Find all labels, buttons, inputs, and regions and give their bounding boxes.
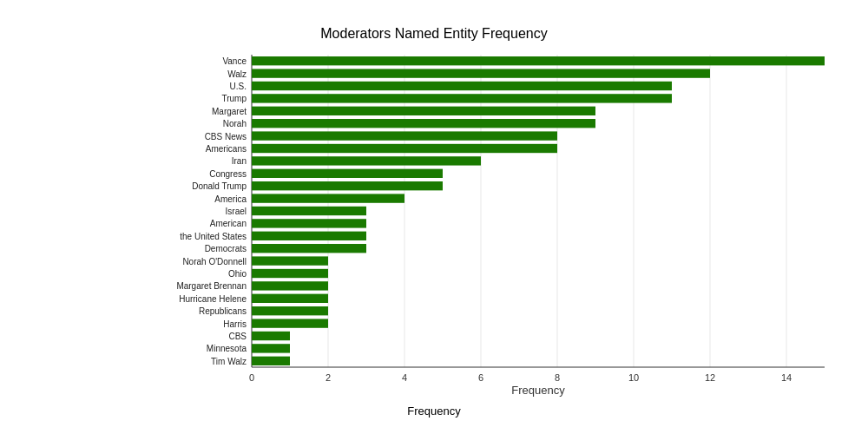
bar-label-22: CBS	[228, 332, 247, 341]
bar-label-7: Americans	[206, 144, 247, 154]
bar-label-1: Walz	[227, 69, 247, 79]
x-axis-label-svg: Frequency	[511, 384, 565, 397]
bar-chart: 02468101214VanceWalzU.S.TrumpMargaretNor…	[130, 50, 842, 398]
bar-6	[252, 131, 557, 140]
bar-20	[252, 306, 328, 315]
bar-label-3: Trump	[221, 94, 247, 103]
bar-16	[252, 256, 328, 265]
bar-label-16: Norah O'Donnell	[182, 257, 247, 266]
svg-text:2: 2	[326, 372, 331, 383]
bar-10	[252, 181, 443, 190]
bar-label-12: Israel	[226, 207, 247, 216]
bar-24	[252, 357, 290, 365]
svg-text:14: 14	[781, 372, 792, 383]
bar-23	[252, 344, 290, 352]
x-axis-label: Frequency	[17, 404, 851, 418]
svg-text:6: 6	[478, 372, 483, 383]
bar-2	[252, 82, 672, 90]
bar-label-2: U.S.	[230, 82, 247, 91]
bar-8	[252, 156, 481, 165]
bar-label-18: Margaret Brennan	[176, 281, 247, 291]
bar-label-0: Vance	[222, 56, 247, 66]
bar-19	[252, 294, 328, 303]
bar-3	[252, 94, 672, 102]
bar-0	[252, 56, 825, 65]
bar-4	[252, 107, 595, 115]
bar-9	[252, 169, 443, 178]
bar-label-4: Margaret	[212, 107, 247, 116]
svg-text:12: 12	[705, 372, 715, 383]
bar-label-21: Harris	[223, 319, 247, 329]
bar-label-15: Democrats	[205, 244, 247, 253]
bar-label-13: American	[210, 219, 247, 228]
bar-label-11: America	[214, 194, 247, 204]
chart-title: Moderators Named Entity Frequency	[17, 26, 851, 42]
bar-13	[252, 219, 366, 227]
bar-15	[252, 244, 366, 253]
bar-label-9: Congress	[209, 169, 247, 179]
bar-label-8: Iran	[232, 156, 247, 166]
svg-text:4: 4	[402, 372, 407, 383]
bar-label-10: Donald Trump	[192, 181, 247, 191]
bar-17	[252, 269, 328, 278]
bar-label-14: the United States	[180, 232, 247, 241]
svg-text:8: 8	[555, 372, 560, 383]
bar-label-19: Hurricane Helene	[179, 294, 247, 304]
bar-12	[252, 207, 366, 215]
chart-container: Moderators Named Entity Frequency 024681…	[0, 0, 868, 434]
bar-1	[252, 69, 710, 77]
bar-label-5: Norah	[223, 119, 247, 128]
bar-5	[252, 119, 595, 128]
bar-11	[252, 194, 404, 202]
bar-18	[252, 281, 328, 290]
bar-label-17: Ohio	[228, 269, 247, 279]
bar-22	[252, 332, 290, 340]
svg-text:0: 0	[249, 372, 254, 383]
svg-text:10: 10	[628, 372, 639, 383]
bar-label-24: Tim Walz	[211, 357, 247, 366]
bar-7	[252, 144, 557, 153]
bar-label-6: CBS News	[205, 132, 247, 141]
bar-label-23: Minnesota	[207, 344, 247, 353]
bar-14	[252, 232, 366, 240]
bar-label-20: Republicans	[199, 306, 247, 316]
bar-21	[252, 319, 328, 327]
